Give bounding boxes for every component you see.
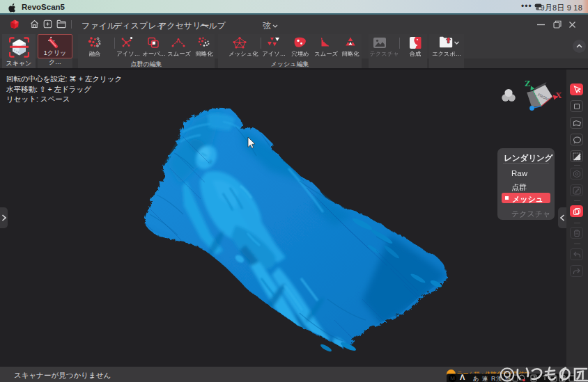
svg-text:X: X: [555, 90, 562, 100]
svg-text:Z: Z: [525, 78, 531, 88]
